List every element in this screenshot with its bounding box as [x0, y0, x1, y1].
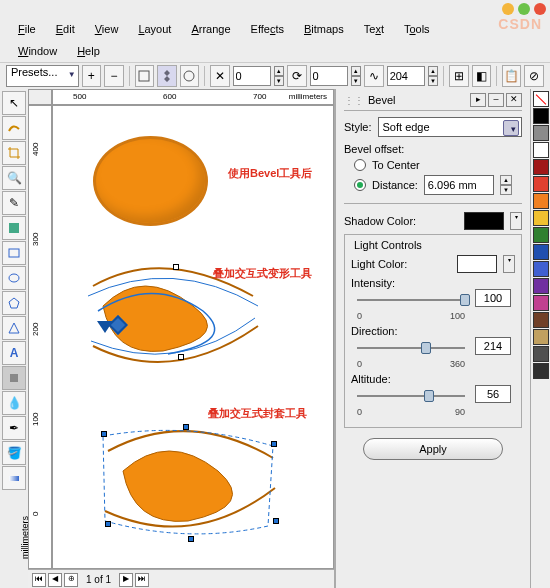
- outline-tool[interactable]: ✒: [2, 416, 26, 440]
- slider-thumb[interactable]: [421, 342, 431, 354]
- ruler-vertical[interactable]: 400 300 200 100 0: [28, 105, 52, 569]
- intensity-slider[interactable]: 100: [357, 291, 465, 309]
- menu-file[interactable]: FFileile: [8, 20, 46, 38]
- envelope-node[interactable]: [271, 441, 277, 447]
- presets-dropdown[interactable]: Presets...: [6, 65, 79, 87]
- panel-menu-btn[interactable]: ▸: [470, 93, 486, 107]
- clear-btn[interactable]: ⊘: [524, 65, 544, 87]
- light-color-well[interactable]: [457, 255, 497, 273]
- menu-window[interactable]: Window: [8, 42, 67, 60]
- copy-props-btn[interactable]: 📋: [502, 65, 522, 87]
- swatch[interactable]: [533, 329, 549, 345]
- menu-help[interactable]: Help: [67, 42, 110, 60]
- basic-shapes-tool[interactable]: [2, 316, 26, 340]
- swatch[interactable]: [533, 363, 549, 379]
- param-1[interactable]: [233, 66, 271, 86]
- altitude-slider[interactable]: 56: [357, 387, 465, 405]
- ruler-origin[interactable]: [28, 89, 52, 105]
- envelope-node[interactable]: [183, 424, 189, 430]
- crop-tool[interactable]: [2, 141, 26, 165]
- swatch[interactable]: [533, 227, 549, 243]
- envelope-node[interactable]: [188, 536, 194, 542]
- shape-ellipse[interactable]: [93, 136, 208, 226]
- remove-preset-btn[interactable]: −: [104, 65, 124, 87]
- swatch[interactable]: [533, 176, 549, 192]
- rotate-btn[interactable]: ⟳: [287, 65, 307, 87]
- amplitude-btn[interactable]: ∿: [364, 65, 384, 87]
- menu-effects[interactable]: Effects: [241, 20, 294, 38]
- param-2[interactable]: [310, 66, 348, 86]
- shape-envelope[interactable]: [93, 416, 283, 546]
- swatch[interactable]: [533, 346, 549, 362]
- page-next[interactable]: ▶: [119, 573, 133, 587]
- to-center-radio[interactable]: [354, 159, 366, 171]
- interactive-fill-tool[interactable]: [2, 466, 26, 490]
- swatch[interactable]: [533, 108, 549, 124]
- menu-edit[interactable]: Edit: [46, 20, 85, 38]
- style-dropdown[interactable]: Soft edge: [378, 117, 522, 137]
- pick-tool[interactable]: ↖: [2, 91, 26, 115]
- swatch[interactable]: [533, 295, 549, 311]
- fill-tool[interactable]: 🪣: [2, 441, 26, 465]
- ruler-horizontal[interactable]: 500 600 700 millimeters: [52, 89, 334, 105]
- direction-slider[interactable]: 214: [357, 339, 465, 357]
- swatch[interactable]: [533, 125, 549, 141]
- menu-layout[interactable]: Layout: [128, 20, 181, 38]
- freehand-tool[interactable]: ✎: [2, 191, 26, 215]
- distance-radio[interactable]: [354, 179, 366, 191]
- grip-icon[interactable]: ⋮⋮: [344, 95, 364, 106]
- spin-up[interactable]: ▲: [274, 66, 285, 76]
- distort-arrow-icon[interactable]: [97, 321, 113, 333]
- eyedropper-tool[interactable]: 💧: [2, 391, 26, 415]
- swatch[interactable]: [533, 193, 549, 209]
- mode-btn-3[interactable]: [180, 65, 200, 87]
- page-first[interactable]: ⏮: [32, 573, 46, 587]
- selection-handle[interactable]: [173, 264, 179, 270]
- swatch[interactable]: [533, 278, 549, 294]
- text-tool[interactable]: A: [2, 341, 26, 365]
- apply-button[interactable]: Apply: [363, 438, 503, 460]
- slider-thumb[interactable]: [460, 294, 470, 306]
- param-3[interactable]: [387, 66, 425, 86]
- swatch[interactable]: [533, 210, 549, 226]
- zoom-tool[interactable]: 🔍: [2, 166, 26, 190]
- distance-field[interactable]: [424, 175, 494, 195]
- polygon-tool[interactable]: [2, 291, 26, 315]
- anchor-btn[interactable]: ✕: [210, 65, 230, 87]
- swatch[interactable]: [533, 312, 549, 328]
- ellipse-tool[interactable]: [2, 266, 26, 290]
- close-btn[interactable]: [534, 3, 546, 15]
- shadow-color-well[interactable]: [464, 212, 504, 230]
- opt-btn-2[interactable]: ◧: [472, 65, 492, 87]
- canvas[interactable]: 使用Bevel工具后 叠加交互式变形工具 叠加交互: [52, 105, 334, 569]
- menu-text[interactable]: Text: [354, 20, 394, 38]
- swatch[interactable]: [533, 142, 549, 158]
- menu-view[interactable]: View: [85, 20, 129, 38]
- envelope-node[interactable]: [273, 518, 279, 524]
- mode-btn-1[interactable]: [135, 65, 155, 87]
- page-prev[interactable]: ◀: [48, 573, 62, 587]
- envelope-node[interactable]: [101, 431, 107, 437]
- add-preset-btn[interactable]: +: [82, 65, 102, 87]
- swatch[interactable]: [533, 159, 549, 175]
- page-last[interactable]: ⏭: [135, 573, 149, 587]
- swatch-none[interactable]: [533, 91, 549, 107]
- page-add[interactable]: ⊕: [64, 573, 78, 587]
- interactive-tool[interactable]: [2, 366, 26, 390]
- mode-btn-2[interactable]: [157, 65, 177, 87]
- menu-bitmaps[interactable]: Bitmaps: [294, 20, 354, 38]
- envelope-node[interactable]: [105, 521, 111, 527]
- smart-fill-tool[interactable]: [2, 216, 26, 240]
- selection-handle[interactable]: [178, 354, 184, 360]
- maximize-btn[interactable]: [518, 3, 530, 15]
- panel-collapse-btn[interactable]: –: [488, 93, 504, 107]
- panel-close-btn[interactable]: ✕: [506, 93, 522, 107]
- menu-tools[interactable]: Tools: [394, 20, 440, 38]
- swatch[interactable]: [533, 261, 549, 277]
- swatch[interactable]: [533, 244, 549, 260]
- menu-arrange[interactable]: Arrange: [181, 20, 240, 38]
- minimize-btn[interactable]: [502, 3, 514, 15]
- shape-tool[interactable]: [2, 116, 26, 140]
- rectangle-tool[interactable]: [2, 241, 26, 265]
- opt-btn-1[interactable]: ⊞: [449, 65, 469, 87]
